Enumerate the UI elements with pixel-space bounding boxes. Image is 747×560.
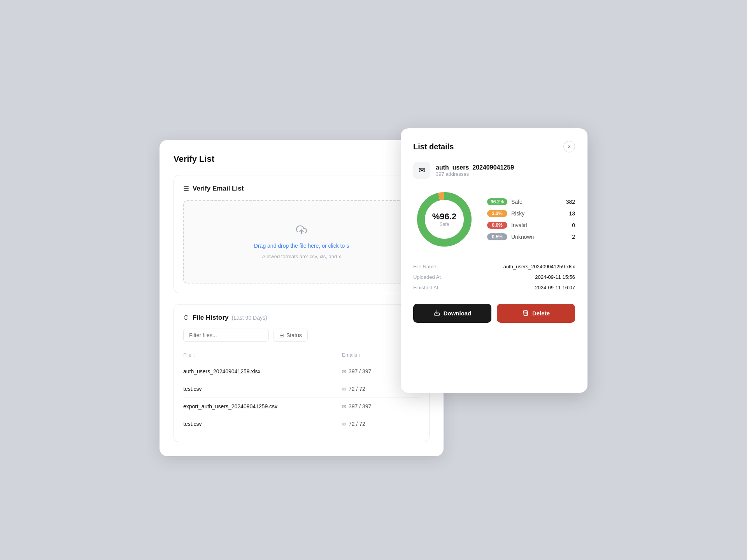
legend-name: Risky	[511, 210, 565, 217]
legend-row: 3.3% Risky 13	[487, 210, 575, 217]
email-count: ✉ 397 / 397	[342, 403, 420, 410]
chart-legend: 96.2% Safe 382 3.3% Risky 13 0.0% Invali…	[487, 198, 575, 240]
file-history-section: ⏱ File History (Last 90 Days) ⊟ Status F…	[174, 304, 430, 442]
file-history-subtitle: (Last 90 Days)	[232, 315, 267, 321]
legend-row: 0.5% Unknown 2	[487, 233, 575, 240]
delete-button[interactable]: Delete	[497, 304, 575, 323]
file-name: auth_users_202409041259.xlsx	[183, 368, 342, 374]
donut-center-label: %96.2 Safe	[432, 212, 456, 227]
table-row[interactable]: auth_users_202409041259.xlsx ✉ 397 / 397	[183, 363, 420, 380]
table-row[interactable]: export_auth_users_202409041259.csv ✉ 397…	[183, 398, 420, 415]
status-filter-button[interactable]: ⊟ Status	[274, 329, 308, 342]
legend-count: 13	[569, 210, 575, 217]
file-history-title: File History	[193, 314, 229, 322]
meta-row: Finished At 2024-09-11 16:07	[413, 282, 575, 293]
file-history-table: auth_users_202409041259.xlsx ✉ 397 / 397…	[183, 363, 420, 432]
legend-count: 382	[566, 199, 575, 205]
legend-name: Invalid	[511, 222, 568, 228]
meta-key: Uploaded At	[413, 274, 441, 280]
envelope-icon: ✉	[342, 369, 346, 374]
close-button[interactable]: ×	[563, 141, 575, 152]
detail-title: List details	[413, 142, 454, 151]
envelope-icon: ✉	[342, 386, 346, 392]
table-row[interactable]: test.csv ✉ 72 / 72	[183, 415, 420, 432]
donut-sublabel: Safe	[432, 222, 456, 227]
filter-row: ⊟ Status	[183, 329, 420, 342]
legend-row: 0.0% Invalid 0	[487, 222, 575, 229]
status-label: Status	[286, 332, 302, 338]
table-row[interactable]: test.csv ✉ 72 / 72	[183, 380, 420, 398]
list-meta: auth_users_202409041259 397 addresses	[436, 164, 514, 177]
dropzone-subtext: Allowed formats are: csv, xls, and x	[262, 254, 341, 259]
file-name: test.csv	[183, 386, 342, 392]
upload-icon	[296, 224, 307, 238]
legend-badge: 0.5%	[487, 233, 507, 240]
sort-emails-icon: ↕	[359, 353, 361, 357]
trash-icon	[522, 309, 529, 317]
download-icon	[433, 309, 440, 317]
detail-card: List details × ✉ auth_users_202409041259…	[401, 128, 587, 393]
sort-file-icon: ↕	[193, 353, 195, 357]
donut-percent: %96.2	[432, 212, 456, 222]
meta-key: Finished At	[413, 285, 438, 290]
download-label: Download	[444, 310, 472, 317]
filter-icon: ⊟	[279, 332, 284, 338]
file-name: export_auth_users_202409041259.csv	[183, 403, 342, 410]
meta-table: File Name auth_users_202409041259.xlsx U…	[413, 261, 575, 293]
verify-email-section: ☰ Verify Email List Drag and drop the fi…	[174, 175, 430, 293]
meta-key: File Name	[413, 264, 436, 270]
legend-badge: 96.2%	[487, 198, 507, 205]
email-count: ✉ 72 / 72	[342, 421, 420, 427]
list-info: ✉ auth_users_202409041259 397 addresses	[413, 162, 575, 179]
chart-area: %96.2 Safe 96.2% Safe 382 3.3% Risky 13 …	[413, 188, 575, 250]
file-dropzone[interactable]: Drag and drop the file here, or click to…	[183, 200, 420, 284]
legend-badge: 0.0%	[487, 222, 507, 229]
legend-badge: 3.3%	[487, 210, 507, 217]
legend-count: 0	[572, 222, 575, 228]
file-history-header: ⏱ File History (Last 90 Days)	[183, 314, 420, 322]
meta-row: File Name auth_users_202409041259.xlsx	[413, 261, 575, 272]
delete-label: Delete	[532, 310, 550, 317]
dropzone-text: Drag and drop the file here, or click to…	[254, 243, 349, 249]
action-row: Download Delete	[413, 304, 575, 323]
download-button[interactable]: Download	[413, 304, 491, 323]
meta-value: auth_users_202409041259.xlsx	[503, 264, 575, 270]
legend-row: 96.2% Safe 382	[487, 198, 575, 205]
verify-list-title: Verify List	[174, 154, 430, 164]
legend-name: Unknown	[511, 234, 568, 240]
envelope-icon: ✉	[342, 404, 346, 410]
history-icon: ⏱	[183, 314, 189, 321]
detail-header: List details ×	[413, 141, 575, 152]
meta-value: 2024-09-11 16:07	[535, 285, 575, 290]
list-addresses: 397 addresses	[436, 171, 514, 177]
list-name: auth_users_202409041259	[436, 164, 514, 171]
legend-count: 2	[572, 234, 575, 240]
app-container: Verify List ☰ Verify Email List Drag and…	[160, 128, 587, 432]
verify-email-label: Verify Email List	[193, 185, 244, 192]
file-name: test.csv	[183, 421, 342, 427]
mail-icon: ✉	[413, 162, 430, 179]
table-header: File ↕ Emails ↕	[183, 349, 420, 361]
menu-lines-icon: ☰	[183, 185, 189, 192]
meta-value: 2024-09-11 15:56	[535, 274, 575, 280]
col-file[interactable]: File ↕	[183, 352, 342, 358]
meta-row: Uploaded At 2024-09-11 15:56	[413, 272, 575, 282]
legend-name: Safe	[511, 199, 562, 205]
envelope-icon: ✉	[342, 421, 346, 427]
filter-files-input[interactable]	[183, 329, 269, 342]
donut-chart: %96.2 Safe	[413, 188, 475, 250]
verify-email-heading: ☰ Verify Email List	[183, 185, 420, 192]
